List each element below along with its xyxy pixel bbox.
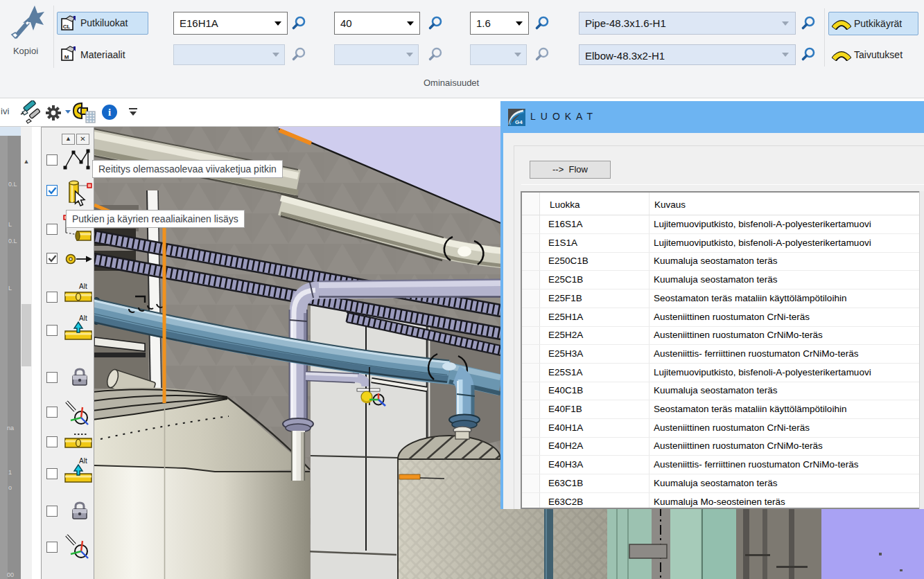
svg-text:CL: CL — [63, 24, 71, 30]
svg-text:Alt: Alt — [79, 283, 87, 290]
svg-text:Alt: Alt — [79, 457, 87, 465]
svg-text:M: M — [64, 54, 69, 60]
svg-text:G4: G4 — [515, 119, 523, 125]
svg-text:Alt: Alt — [79, 314, 87, 322]
